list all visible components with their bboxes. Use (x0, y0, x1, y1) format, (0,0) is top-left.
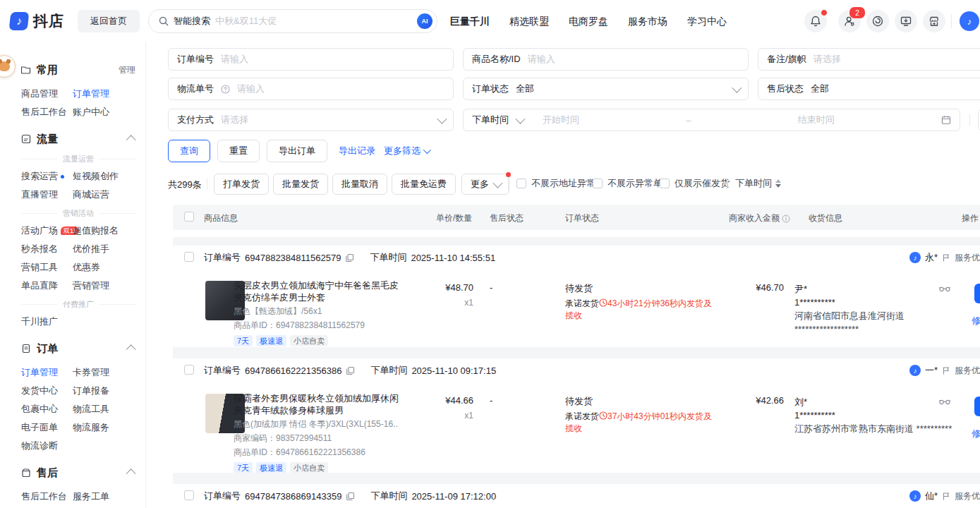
buyer-name[interactable]: 仙* (925, 490, 938, 502)
tag-fast-refund: 极速退 (256, 462, 286, 473)
back-home-button[interactable]: 返回首页 (78, 10, 140, 32)
hide-address-abnormal-checkbox[interactable]: 不展示地址异常 (516, 177, 595, 190)
sort-by-order-time[interactable]: 下单时间 (735, 177, 781, 190)
sidebar-item-price-push[interactable]: 优价推手 (73, 243, 135, 255)
sidebar-item-search-ops[interactable]: 搜索运营 (21, 170, 73, 183)
sidebar-item-order-report[interactable]: 订单报备 (73, 385, 135, 397)
product-title[interactable]: 探霸者外套男保暖秋冬立领加绒加厚休闲夹克青年绒款修身棒球服男 (234, 392, 399, 416)
checkbox[interactable] (593, 179, 603, 188)
filter-payment[interactable]: 支付方式请选择 (168, 109, 454, 131)
sidebar-item-activity-plaza[interactable]: 活动广场双11 (21, 224, 73, 237)
edit-address-link[interactable]: 修 (972, 315, 980, 327)
manage-link[interactable]: 管理 (119, 64, 135, 76)
storefront-button[interactable] (923, 10, 945, 32)
compass-icon (871, 15, 884, 28)
sidebar-item-card-coupon[interactable]: 卡券管理 (73, 366, 135, 379)
sidebar-item-logistics-tools[interactable]: 物流工具 (73, 403, 135, 416)
sidebar-item-qianchuan-promo[interactable]: 千川推广 (21, 315, 73, 328)
sidebar-item-aftersale-workbench-2[interactable]: 售后工作台 (21, 490, 73, 503)
collapse-chevron-icon[interactable] (126, 468, 136, 478)
sidebar-item-logistics-diagnose[interactable]: 物流诊断 (21, 440, 73, 452)
sidebar-item-package-center[interactable]: 包裹中心 (21, 403, 73, 416)
batch-ship-button[interactable]: 批量发货 (273, 174, 328, 195)
edit-address-link[interactable]: 修 (972, 428, 980, 440)
filter-aftersale-status[interactable]: 售后状态全部 (758, 78, 980, 100)
nav-luopan[interactable]: 电商罗盘 (569, 16, 608, 28)
batch-cancel-button[interactable]: 批量取消 (332, 174, 387, 195)
message-count-badge: 2 (849, 6, 866, 19)
filter-order-status[interactable]: 订单状态全部 (463, 78, 749, 100)
ship-action-button-clipped[interactable] (974, 284, 980, 303)
checkbox[interactable] (516, 179, 526, 188)
nav-learning[interactable]: 学习中心 (687, 16, 727, 28)
buyer-name[interactable]: 一* (925, 364, 938, 377)
customer-service-button[interactable]: 2 (838, 10, 861, 32)
sidebar-item-direct-discount[interactable]: 单品直降 (21, 279, 73, 292)
filter-time-range[interactable]: 下单时间 开始时间 – 结束时间 (463, 109, 960, 131)
more-new-dot (506, 172, 511, 177)
sidebar-item-logistics-service[interactable]: 物流服务 (73, 421, 135, 434)
reveal-info-glasses-icon[interactable] (939, 285, 950, 292)
copy-icon[interactable] (345, 253, 354, 262)
sidebar-item-ship-center[interactable]: 发货中心 (21, 385, 73, 397)
collapse-chevron-icon[interactable] (126, 344, 136, 354)
batch-free-shipping-button[interactable]: 批量免运费 (392, 174, 456, 195)
filter-order-no[interactable]: 订单编号请输入 (168, 48, 454, 71)
flag-icon[interactable] (942, 253, 950, 262)
query-button[interactable]: 查询 (168, 140, 210, 162)
export-log-link[interactable]: 导出记录 (339, 145, 375, 157)
sidebar-item-order-manage[interactable]: 订单管理 (73, 87, 135, 100)
sidebar-item-marketing-manage[interactable]: 营销管理 (73, 279, 135, 292)
filter-tracking-no[interactable]: 物流单号 请输入 (168, 78, 454, 100)
collapse-chevron-icon[interactable] (126, 135, 136, 145)
order-checkbox[interactable] (184, 252, 194, 262)
sidebar-item-video-create[interactable]: 短视频创作 (73, 170, 135, 183)
product-title[interactable]: 头层皮衣男立领加绒海宁中年爸爸黑毛皮夹克仿绵羊皮男士外套 (234, 279, 399, 303)
more-filters-link[interactable]: 更多筛选 (384, 145, 429, 157)
sidebar-item-account-center[interactable]: 账户中心 (73, 106, 135, 119)
nav-market[interactable]: 服务市场 (628, 16, 667, 28)
flag-icon[interactable] (942, 366, 950, 375)
more-actions-button[interactable]: 更多 (461, 174, 509, 195)
only-urged-checkbox[interactable]: 仅展示催发货 (660, 177, 730, 190)
col-price-qty: 单价/数量 (436, 212, 472, 224)
sidebar-item-coupon[interactable]: 优惠券 (73, 261, 135, 274)
group-divider: 付费推广 (21, 299, 135, 310)
sidebar-item-mall-ops[interactable]: 商城运营 (73, 188, 135, 201)
order-row-header: 订单编号 6947847386869143359 下单时间 2025-11-09… (173, 484, 980, 508)
nav-jingxuan[interactable]: 精选联盟 (509, 16, 549, 28)
order-checkbox[interactable] (184, 490, 194, 500)
order-checkbox[interactable] (184, 365, 194, 375)
smart-search-input[interactable]: 智能搜索 中秋&双11大促 AI (148, 9, 437, 33)
shop-avatar[interactable]: ♪ (960, 11, 979, 31)
copy-icon[interactable] (346, 492, 355, 501)
sidebar-item-seckill[interactable]: 秒杀报名 (21, 243, 73, 255)
compass-button[interactable] (866, 10, 889, 32)
sidebar-item-super-value[interactable]: 超值购报名 (73, 224, 135, 237)
sidebar-item-service-ticket[interactable]: 服务工单 (73, 490, 135, 503)
filter-remark-flag[interactable]: 备注/旗帜请选择 (758, 48, 980, 71)
sidebar-item-marketing-tools[interactable]: 营销工具 (21, 261, 73, 274)
sidebar-item-product-manage[interactable]: 商品管理 (21, 87, 73, 100)
ai-search-button[interactable]: AI (417, 13, 432, 29)
hide-abnormal-order-checkbox[interactable]: 不展示异常单 (593, 177, 663, 190)
notification-bell-button[interactable] (804, 10, 827, 32)
reveal-info-glasses-icon[interactable] (939, 398, 950, 405)
print-ship-button[interactable]: 打单发货 (214, 174, 269, 195)
ship-action-button-clipped[interactable] (974, 397, 980, 416)
select-all-checkbox[interactable] (184, 212, 194, 222)
sidebar-item-order-manage-2[interactable]: 订单管理 (21, 366, 73, 379)
copy-icon[interactable] (346, 366, 355, 375)
reset-button[interactable]: 重置 (217, 140, 260, 162)
sidebar-item-live-manage[interactable]: 直播管理 (21, 188, 73, 201)
sidebar-item-aftersale-workbench[interactable]: 售后工作台 (21, 106, 73, 119)
buyer-name[interactable]: 永* (925, 251, 938, 264)
client-download-button[interactable] (895, 10, 917, 32)
filter-product-name[interactable]: 商品名称/ID请输入 (463, 48, 749, 71)
flag-icon[interactable] (942, 492, 950, 501)
col-action: 操作 (962, 212, 979, 224)
export-orders-button[interactable]: 导出订单 (267, 140, 327, 162)
sidebar-item-e-waybill[interactable]: 电子面单 (21, 421, 73, 434)
nav-qianchuan[interactable]: 巨量千川 (450, 16, 490, 28)
checkbox[interactable] (660, 179, 670, 188)
